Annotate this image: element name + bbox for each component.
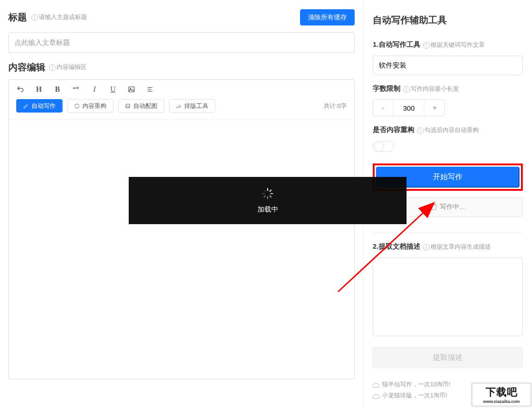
svg-rect-6: [267, 188, 268, 191]
content-label: 内容编辑: [8, 61, 45, 74]
svg-rect-12: [262, 193, 265, 194]
clear-cache-button[interactable]: 清除所有缓存: [300, 9, 355, 25]
sec1-header: 1.自动写作工具 i根据关键词写作文章: [373, 40, 523, 49]
article-title-input[interactable]: [8, 32, 355, 53]
svg-rect-8: [270, 193, 273, 194]
stepper-decrease-button[interactable]: -: [373, 100, 393, 116]
restructure-toggle[interactable]: [373, 141, 394, 152]
quote-icon[interactable]: “”: [72, 85, 80, 94]
align-icon[interactable]: [146, 85, 154, 94]
info-icon: i: [49, 64, 56, 71]
title-label: 标题: [8, 11, 27, 24]
svg-rect-7: [269, 189, 272, 192]
stepper-increase-button[interactable]: +: [425, 100, 444, 116]
restructure-button[interactable]: 内容重构: [67, 99, 113, 113]
info-icon: i: [423, 244, 430, 251]
loading-overlay: 加载中: [129, 177, 407, 224]
italic-icon[interactable]: I: [90, 85, 99, 94]
autoimage-button[interactable]: 自动配图: [118, 99, 164, 113]
undo-icon[interactable]: [16, 85, 25, 94]
cloud-icon: [373, 383, 379, 388]
editor-action-toolbar: 自动写作 内容重构 自动配图 排版工具 共计:0字: [9, 97, 354, 120]
info-icon: i: [417, 127, 424, 134]
wordlimit-input[interactable]: [393, 100, 425, 116]
extract-description-button[interactable]: 提取描述: [373, 347, 523, 368]
editor-format-toolbar: H B “” I U: [9, 80, 354, 97]
editor-content-area[interactable]: [9, 119, 354, 379]
image-icon[interactable]: [127, 85, 136, 94]
restructure-header: 是否内容重构 i勾选后内容自动重构: [373, 126, 523, 134]
autowrite-button[interactable]: 自动写作: [16, 99, 63, 113]
loading-spinner-icon: [431, 204, 437, 210]
info-icon: i: [31, 14, 38, 21]
svg-rect-11: [263, 195, 266, 198]
wordlimit-stepper: - +: [373, 100, 445, 116]
wordlimit-header: 字数限制 i写作内容最小长度: [373, 84, 523, 93]
bold-icon[interactable]: B: [53, 85, 62, 94]
title-header-row: 标题 i请输入主题或标题 清除所有缓存: [8, 9, 355, 25]
editor-container: H B “” I U 自动写作 内容重: [8, 79, 355, 380]
keyword-input[interactable]: [373, 56, 523, 75]
info-icon: i: [423, 42, 430, 49]
word-count: 共计:0字: [324, 102, 347, 110]
cloud-icon: [373, 394, 379, 399]
underline-icon[interactable]: U: [109, 85, 117, 94]
svg-rect-10: [267, 196, 268, 199]
watermark-logo: 下载吧 www.xiazaiba.com: [472, 383, 531, 406]
svg-rect-9: [269, 195, 272, 198]
description-textarea[interactable]: [373, 257, 523, 336]
title-hint: i请输入主题或标题: [31, 13, 87, 21]
svg-rect-0: [129, 87, 134, 92]
content-header-row: 内容编辑 i内容编辑区: [8, 61, 355, 74]
spinner-icon: [262, 188, 274, 200]
heading-icon[interactable]: H: [35, 85, 43, 94]
sec2-header: 2.提取文档描述 i根据文章内容生成描述: [373, 242, 523, 251]
info-icon: i: [403, 86, 410, 93]
svg-rect-13: [263, 189, 266, 192]
svg-rect-5: [126, 104, 130, 108]
loading-text: 加载中: [257, 205, 278, 214]
content-hint: i内容编辑区: [49, 63, 87, 71]
sidebar-title: 自动写作辅助工具: [373, 14, 523, 26]
layout-button[interactable]: 排版工具: [169, 99, 215, 113]
